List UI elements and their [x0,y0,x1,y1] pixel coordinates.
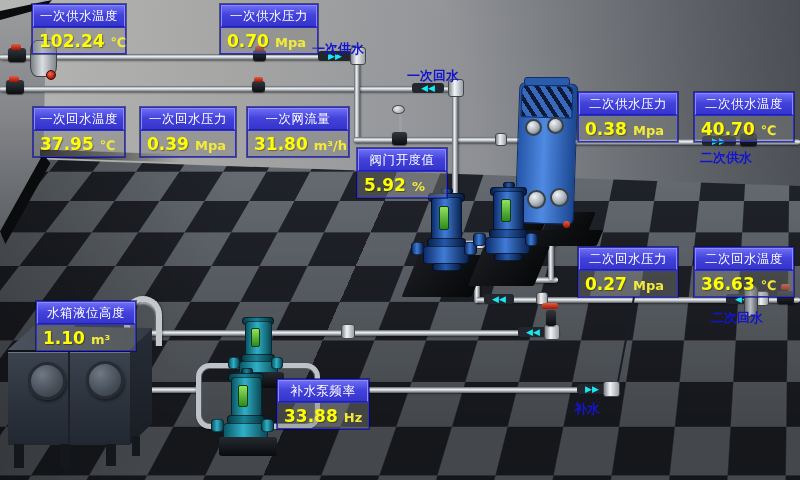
readout-unit: Mpa [275,34,306,52]
readout-title: 一次供水温度 [33,5,125,27]
pump-base [219,437,277,456]
valve-handle-icon [254,77,263,82]
pipe-label-primary-return: 一次回水 [407,67,459,85]
tank-leg [14,444,24,468]
pump-knob [503,182,515,188]
valve-handle-icon [9,76,19,82]
pipe-label-secondary-return: 二次回水 [711,309,763,327]
readout-value: 36.63 [701,274,755,294]
pump-volute [423,246,469,264]
readout-title: 一次网流量 [248,108,348,130]
readout-unit: % [412,178,425,196]
branch-valve-handle-icon [542,303,558,309]
pump-flange [411,242,424,255]
readout-value: 0.70 [227,31,269,51]
readout-title: 一次回水压力 [141,108,235,130]
readout-secondary-supply-temp: 二次供水温度 40.70℃ [694,92,794,142]
pump-run-indicator [251,328,260,347]
hx-port [547,117,564,134]
readout-value: 33.88 [284,406,338,426]
readout-unit: ℃ [761,122,777,140]
flow-arrow-icon: ◀◀ [484,294,514,304]
readout-secondary-supply-pressure: 二次供水压力 0.38Mpa [578,92,678,142]
pump-knob [241,368,253,374]
readout-title: 二次回水温度 [695,248,793,270]
pipe-coupling [495,133,507,146]
readout-unit: m³/h [314,137,347,155]
readout-value: 37.95 [40,134,94,154]
readout-valve-opening: 阀门开度值 5.92% [357,148,447,198]
pipe-flange [603,381,620,397]
readout-value: 0.38 [585,119,627,139]
heating-station-hmi: ▶▶ ◀◀ ▶▶ ◀◀ ◀◀ ◀◀ ▶▶ [0,0,800,480]
readout-secondary-return-temp: 二次回水温度 36.63℃ [694,247,794,297]
tank-hatch [86,361,124,399]
readout-unit: m³ [91,331,110,349]
pump-flange [211,419,224,432]
readout-value: 0.27 [585,274,627,294]
readout-secondary-return-pressure: 二次回水压力 0.27Mpa [578,247,678,297]
readout-title: 一次回水温度 [34,108,124,130]
readout-unit: ℃ [100,137,116,155]
pipe-makeup-left [148,387,200,393]
hx-top-bar [524,77,570,86]
readout-primary-flow: 一次网流量 31.80m³/h [247,107,349,157]
readout-unit: ℃ [761,277,777,295]
pump-foot [432,263,462,271]
readout-makeup-pump-freq: 补水泵频率 33.88Hz [277,379,369,429]
pump-foot [494,253,523,261]
pipe-coupling [341,324,355,339]
control-valve-body[interactable] [392,132,407,145]
readout-value: 0.39 [147,134,189,154]
readout-value: 102.24 [39,31,105,51]
pipe-label-primary-supply: 一次供水 [312,40,364,58]
pump-flange [473,233,486,246]
tank-leg [106,444,116,466]
readout-title: 二次供水压力 [579,93,677,115]
pump-run-indicator [501,199,511,222]
hx-port [525,119,542,136]
readout-value: 5.92 [364,175,406,195]
hx-port [550,188,569,207]
gate-valve [8,48,26,62]
readout-value: 1.10 [43,328,85,348]
readout-unit: Mpa [633,277,664,295]
tank-leg [132,436,140,456]
readout-title: 二次供水温度 [695,93,793,115]
readout-title: 补水泵频率 [278,380,368,402]
makeup-pump-2[interactable] [212,366,282,458]
control-valve-actuator[interactable] [392,105,405,114]
pipe-tank-line [150,330,560,336]
pump-flange [261,419,274,432]
pipe-primary-return [0,86,462,92]
pump-run-indicator [439,206,449,230]
circulation-pump-2[interactable] [467,174,547,272]
readout-title: 二次回水压力 [579,248,677,270]
readout-unit: Mpa [633,122,664,140]
readout-primary-supply-pressure: 一次供水压力 0.70Mpa [220,4,318,54]
readout-unit: Mpa [195,137,226,155]
readout-unit: Hz [344,409,362,427]
readout-unit: ℃ [111,34,127,52]
readout-value: 31.80 [254,134,308,154]
hx-drain-valve-icon [563,221,570,228]
branch-valve-body [546,310,556,326]
tank-leg [60,444,70,468]
pump-flange [525,233,538,246]
tank-hatch [28,362,66,400]
hx-frame-plates [520,84,573,119]
pipe-label-secondary-supply: 二次供水 [700,149,752,167]
pipe-label-makeup: 补水 [574,400,600,418]
readout-title: 水箱液位高度 [37,302,135,324]
readout-primary-supply-temp: 一次供水温度 102.24℃ [32,4,126,54]
readout-tank-level: 水箱液位高度 1.10m³ [36,301,136,351]
readout-primary-return-temp: 一次回水温度 37.95℃ [33,107,125,157]
pipe-primary-supply-drop [354,58,360,142]
readout-primary-return-pressure: 一次回水压力 0.39Mpa [140,107,236,157]
readout-title: 阀门开度值 [358,149,446,171]
valve-handle-icon [11,44,21,50]
pump-run-indicator [238,385,248,407]
pump-volute [485,237,530,254]
readout-value: 40.70 [701,119,755,139]
shutoff-valve [252,81,265,92]
